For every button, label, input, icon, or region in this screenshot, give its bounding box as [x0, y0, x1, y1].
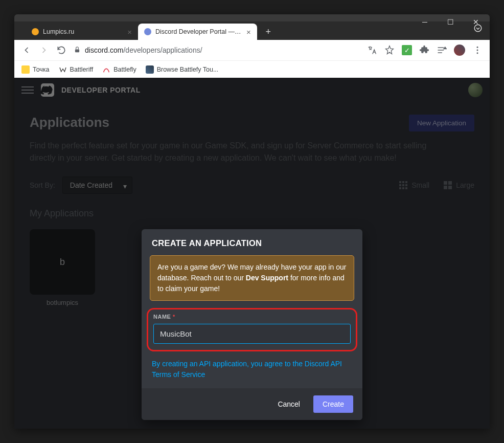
bookmark-icon	[21, 65, 30, 74]
tab-close-icon[interactable]: ×	[246, 28, 251, 36]
svg-point-3	[477, 50, 478, 51]
window-minimize-button[interactable]: ─	[419, 16, 430, 28]
create-button[interactable]: Create	[313, 395, 353, 413]
profile-avatar[interactable]	[454, 45, 465, 56]
name-field-label: NAME *	[153, 314, 351, 320]
tab-title: Discord Developer Portal — My A	[155, 28, 242, 35]
back-button[interactable]	[21, 45, 32, 55]
tab-favicon-icon	[32, 28, 39, 35]
bookmark-icon	[59, 65, 67, 74]
svg-rect-1	[75, 49, 79, 52]
application-name-input[interactable]	[153, 324, 351, 344]
window-close-button[interactable]: ✕	[470, 16, 482, 28]
window-maximize-button[interactable]: ☐	[445, 16, 456, 28]
bookmarks-bar: Точка Battleriff Battlefly Browse Battle…	[14, 60, 490, 78]
bookmark-item[interactable]: Battlefly	[102, 65, 136, 74]
tab-favicon-icon	[144, 28, 151, 35]
browser-tab-lumpics[interactable]: Lumpics.ru ×	[26, 24, 138, 40]
bookmark-icon	[102, 65, 110, 74]
bookmark-icon	[146, 65, 154, 74]
extensions-icon[interactable]	[419, 45, 429, 55]
extension-check-icon[interactable]: ✓	[402, 45, 412, 55]
cancel-button[interactable]: Cancel	[274, 395, 303, 413]
tos-link[interactable]: By creating an API application, you agre…	[152, 359, 352, 380]
game-dev-notice: Are you a game dev? We may already have …	[150, 255, 354, 301]
tab-title: Lumpics.ru	[43, 28, 74, 35]
address-bar: discord.com/developers/applications/ ✓	[14, 40, 490, 60]
create-application-modal: CREATE AN APPLICATION Are you a game dev…	[142, 229, 362, 420]
svg-point-4	[477, 52, 478, 54]
new-tab-button[interactable]: +	[261, 25, 276, 39]
bookmark-star-icon[interactable]	[384, 45, 395, 55]
lock-icon	[74, 46, 81, 55]
browser-window: Lumpics.ru × Discord Developer Portal — …	[14, 14, 490, 429]
menu-dots-icon[interactable]	[472, 45, 483, 55]
bookmark-item[interactable]: Точка	[21, 65, 50, 74]
browser-tabs-bar: Lumpics.ru × Discord Developer Portal — …	[14, 21, 490, 40]
forward-button	[39, 45, 49, 55]
bookmark-item[interactable]: Browse Battlefy Tou...	[146, 65, 219, 74]
window-titlebar	[14, 14, 490, 21]
url-display[interactable]: discord.com/developers/applications/	[74, 46, 360, 55]
translate-icon[interactable]	[367, 45, 377, 55]
dev-support-link[interactable]: Dev Support	[246, 274, 288, 282]
modal-footer: Cancel Create	[142, 388, 362, 420]
browser-tab-discord[interactable]: Discord Developer Portal — My A ×	[138, 24, 257, 40]
reload-button[interactable]	[56, 45, 66, 55]
page-content: DEVELOPER PORTAL Applications New Applic…	[14, 78, 490, 429]
reading-list-icon[interactable]	[437, 45, 447, 55]
name-field-highlight: NAME *	[147, 308, 357, 351]
svg-point-2	[477, 47, 478, 48]
modal-title: CREATE AN APPLICATION	[142, 229, 362, 255]
bookmark-item[interactable]: Battleriff	[59, 65, 94, 74]
tab-close-icon[interactable]: ×	[127, 28, 132, 36]
